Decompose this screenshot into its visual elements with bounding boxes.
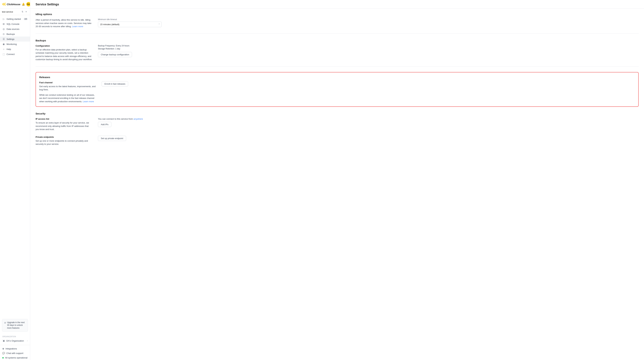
upgrade-icon: ⊘ — [4, 321, 6, 324]
sidebar-item-label: SQL Console — [6, 23, 20, 25]
idling-left-col: After a period of inactivity, allow this… — [36, 18, 92, 28]
chat-support-link[interactable]: 💬 Chat with support — [2, 351, 28, 356]
avatar[interactable]: DA — [26, 2, 30, 6]
sidebar-item-backups[interactable]: ⊙ Backups — [0, 31, 30, 36]
sidebar-item-settings[interactable]: ☰ Settings — [0, 36, 30, 41]
upgrade-box[interactable]: ⊘ Upgrade in the next 30 days to unlock … — [2, 319, 28, 332]
private-endpoints-two-col: Private endpoints Set up one or more end… — [36, 136, 639, 146]
idling-select[interactable]: 15 minutes (default) 30 minutes 1 hour N… — [98, 22, 162, 27]
org-name: DA's Organization — [6, 340, 24, 342]
releases-learn-more-link[interactable]: Learn more — [83, 100, 94, 103]
setup-private-endpoint-button[interactable]: Set up private endpoint — [98, 136, 126, 141]
backups-icon: ⊙ — [2, 33, 5, 35]
private-endpoints-left-col: Private endpoints Set up one or more end… — [36, 136, 92, 146]
status-link[interactable]: All systems operational — [2, 356, 28, 360]
add-ips-button[interactable]: Add IPs — [98, 122, 111, 127]
releases-col-label: Fast channel — [39, 81, 96, 84]
monitoring-icon: ◉ — [2, 43, 5, 45]
anywhere-link[interactable]: anywhere — [134, 118, 143, 120]
header-actions: 🔔 DA — [22, 2, 30, 6]
getting-started-icon: ▷ — [2, 17, 5, 20]
sidebar-item-label: Connect — [6, 53, 14, 55]
main-content: Service Settings Idling options After a … — [30, 0, 644, 360]
backups-section-title: Backups — [36, 39, 639, 42]
backups-section: Backups Configuration For an effective d… — [36, 39, 639, 67]
org-section: Organization ▣ DA's Organization › — [0, 336, 30, 344]
sidebar-item-help[interactable]: ○ Help — [0, 46, 30, 52]
change-backup-button[interactable]: Change backup configuration — [98, 52, 132, 57]
security-section: Security IP access list To ensure an ext… — [36, 112, 639, 151]
releases-left-col: Fast channel Get early access to the lat… — [39, 81, 96, 103]
backup-frequency-text: Backup Frequency: Every 24 hours — [98, 44, 639, 47]
sidebar-item-label: Monitoring — [6, 43, 17, 45]
service-chevron-icon: ⇅ — [22, 10, 23, 13]
idling-two-col: After a period of inactivity, allow this… — [36, 18, 639, 28]
sql-console-icon: ⊞ — [2, 23, 5, 25]
backup-retention-text: Storage Retention: 1 day — [98, 48, 639, 50]
upgrade-text: ⊘ Upgrade in the next 30 days to unlock … — [4, 321, 26, 330]
sidebar-header: ClickHouse 🔔 DA — [0, 0, 30, 8]
ip-access-left-col: IP access list To ensure an extra layer … — [36, 118, 92, 131]
sidebar-item-getting-started[interactable]: ▷ Getting started 1/5 — [0, 16, 30, 21]
releases-section: Releases Fast channel Get early access t… — [36, 72, 639, 107]
sidebar-item-data-sources[interactable]: ◎ Data sources — [0, 26, 30, 31]
idling-section: Idling options After a period of inactiv… — [36, 13, 639, 34]
getting-started-badge: 1/5 — [24, 18, 28, 20]
main-nav: ▷ Getting started 1/5 ⊞ SQL Console ◎ Da… — [0, 15, 30, 317]
releases-right-col: Enroll in fast releases — [102, 81, 635, 103]
bottom-links: ⊕ Integrations 💬 Chat with support All s… — [0, 345, 30, 360]
ip-access-description: To ensure an extra layer of security for… — [36, 121, 92, 131]
connect-icon: ⬚ — [2, 53, 5, 55]
backups-two-col: Configuration For an effective data prot… — [36, 44, 639, 61]
org-label: Organization — [2, 336, 28, 338]
security-section-title: Security — [36, 112, 639, 115]
chat-icon: 💬 — [2, 352, 5, 355]
notification-bell-icon[interactable]: 🔔 — [22, 3, 25, 6]
sidebar-item-sql-console[interactable]: ⊞ SQL Console — [0, 21, 30, 26]
logo-icon — [2, 2, 5, 6]
content-area: Idling options After a period of inactiv… — [30, 9, 644, 161]
settings-icon: ☰ — [2, 38, 5, 40]
enroll-fast-releases-button[interactable]: Enroll in fast releases — [102, 81, 128, 86]
upgrade-section: ⊘ Upgrade in the next 30 days to unlock … — [0, 317, 30, 336]
app-logo-text: ClickHouse — [7, 3, 20, 6]
sidebar-item-label: Backups — [6, 33, 15, 35]
sidebar-item-label: Data sources — [6, 28, 20, 30]
sidebar-item-connect[interactable]: ⬚ Connect — [0, 52, 30, 57]
sidebar-item-label: Getting started — [6, 18, 21, 20]
sidebar-item-label: Settings — [6, 38, 14, 40]
sidebar-item-label: Help — [6, 48, 11, 50]
backups-left-col: Configuration For an effective data prot… — [36, 44, 92, 61]
releases-section-title: Releases — [39, 76, 635, 79]
data-sources-icon: ◎ — [2, 28, 5, 30]
private-endpoints-right-col: Set up private endpoint — [98, 136, 639, 146]
private-endpoints-label: Private endpoints — [36, 136, 92, 138]
idling-section-title: Idling options — [36, 13, 639, 15]
main-header: Service Settings — [30, 0, 644, 9]
idling-select-wrapper: 15 minutes (default) 30 minutes 1 hour N… — [98, 22, 162, 27]
page-title: Service Settings — [36, 3, 639, 8]
idling-learn-more-link[interactable]: Learn more — [72, 25, 83, 28]
add-service-button[interactable]: + — [24, 10, 28, 13]
releases-two-col: Fast channel Get early access to the lat… — [39, 81, 635, 103]
integrations-link[interactable]: ⊕ Integrations — [2, 347, 28, 351]
ip-access-right-col: You can connect to this service from any… — [98, 118, 639, 131]
integrations-icon: ⊕ — [2, 348, 4, 350]
org-item[interactable]: ▣ DA's Organization › — [2, 339, 28, 343]
ip-access-label: IP access list — [36, 118, 92, 120]
idling-field-label: Minimum idle timeout — [98, 18, 639, 21]
sidebar: ClickHouse 🔔 DA test service ⇅ + ▷ Getti… — [0, 0, 30, 360]
idling-right-col: Minimum idle timeout 15 minutes (default… — [98, 18, 639, 28]
org-icon: ▣ — [2, 339, 5, 342]
status-dot-icon — [2, 357, 4, 359]
service-name-label: test service — [2, 10, 21, 13]
service-selector[interactable]: test service ⇅ + — [0, 8, 30, 15]
idling-description: After a period of inactivity, allow this… — [36, 18, 92, 28]
backups-description: For an effective data protection plan, s… — [36, 48, 92, 61]
sidebar-item-monitoring[interactable]: ◉ Monitoring — [0, 41, 30, 46]
ip-access-two-col: IP access list To ensure an extra layer … — [36, 118, 639, 131]
releases-description1: Get early access to the latest features,… — [39, 85, 96, 91]
backups-right-col: Backup Frequency: Every 24 hours Storage… — [98, 44, 639, 61]
help-icon: ○ — [2, 48, 5, 50]
releases-description2: While we conduct extensive testing on al… — [39, 93, 96, 103]
